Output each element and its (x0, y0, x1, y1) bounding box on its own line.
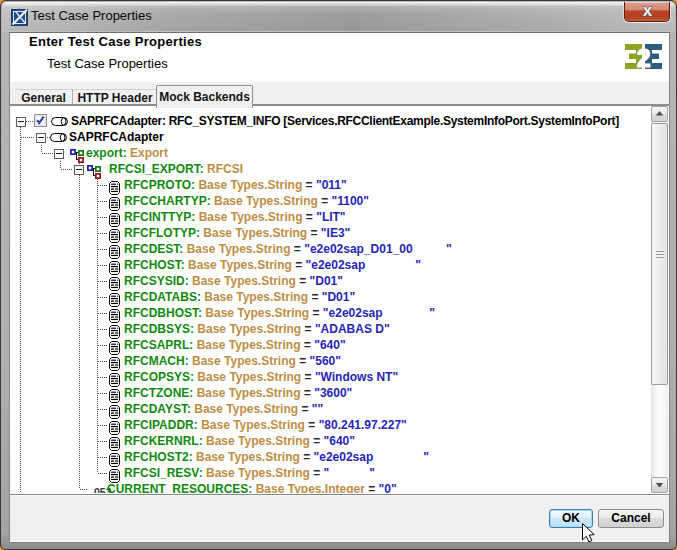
svg-text:x: x (643, 2, 653, 20)
svg-text:2: 2 (637, 44, 651, 70)
